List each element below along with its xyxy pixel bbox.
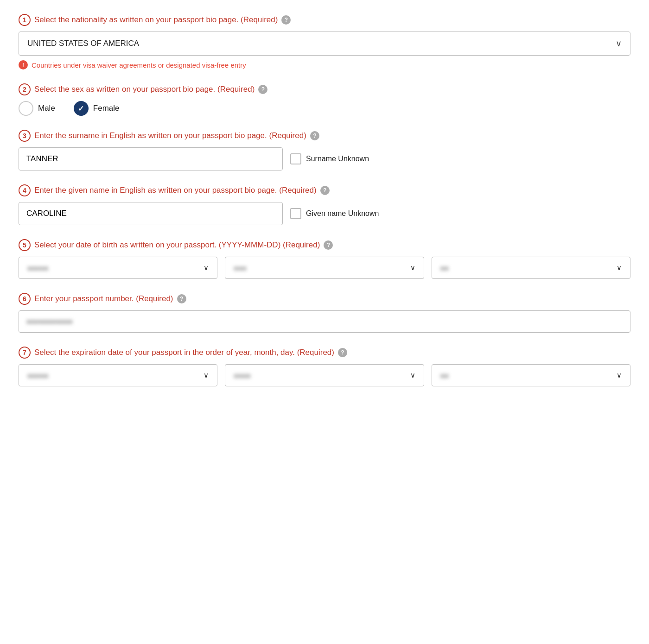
q4-help-icon[interactable]: ? xyxy=(320,186,330,195)
givenname-unknown-label: Given name Unknown xyxy=(306,209,379,218)
q1-help-icon[interactable]: ? xyxy=(281,15,291,25)
expiry-day-dropdown[interactable]: ●● ∨ xyxy=(432,364,630,386)
q3-text: Enter the surname in English as written … xyxy=(34,131,306,140)
passport-number-value: ●●●●●●●●●●● xyxy=(26,317,73,325)
surname-unknown-checkbox[interactable] xyxy=(290,153,301,164)
expiry-year-value: ●●●●● xyxy=(27,372,48,379)
givenname-input[interactable] xyxy=(19,202,283,225)
sex-section: 2 Select the sex as written on your pass… xyxy=(19,83,630,116)
q3-number: 3 xyxy=(19,130,31,142)
male-radio[interactable] xyxy=(19,101,33,116)
expiry-month-value: ●●●● xyxy=(234,372,250,379)
q7-label: 7 Select the expiration date of your pas… xyxy=(19,347,630,359)
dob-year-chevron-icon: ∨ xyxy=(204,264,209,272)
q4-label: 4 Enter the given name in English as wri… xyxy=(19,184,630,196)
expiry-date-row: ●●●●● ∨ ●●●● ∨ ●● ∨ xyxy=(19,364,630,386)
dob-year-value: ●●●●● xyxy=(27,264,48,272)
q6-text: Enter your passport number. (Required) xyxy=(34,294,173,303)
dob-day-chevron-icon: ∨ xyxy=(617,264,622,272)
dob-section: 5 Select your date of birth as written o… xyxy=(19,239,630,279)
givenname-section: 4 Enter the given name in English as wri… xyxy=(19,184,630,225)
q4-number: 4 xyxy=(19,184,31,196)
q2-label: 2 Select the sex as written on your pass… xyxy=(19,83,630,95)
male-label: Male xyxy=(38,104,55,113)
visa-waiver-warning: ! Countries under visa waiver agreements… xyxy=(19,60,630,69)
q3-help-icon[interactable]: ? xyxy=(310,131,319,140)
givenname-input-row: Given name Unknown xyxy=(19,202,630,225)
nationality-dropdown[interactable]: UNITED STATES OF AMERICA ∨ xyxy=(19,32,630,56)
surname-input-row: Surname Unknown xyxy=(19,147,630,170)
dob-month-chevron-icon: ∨ xyxy=(410,264,415,272)
expiry-month-dropdown[interactable]: ●●●● ∨ xyxy=(225,364,424,386)
expiry-day-chevron-icon: ∨ xyxy=(617,371,622,379)
q2-number: 2 xyxy=(19,83,31,95)
dob-day-value: ●● xyxy=(440,264,449,272)
q6-number: 6 xyxy=(19,293,31,305)
q4-text: Enter the given name in English as writt… xyxy=(34,186,317,195)
q7-text: Select the expiration date of your passp… xyxy=(34,348,334,357)
dob-month-value: ●●● xyxy=(234,264,246,272)
surname-section: 3 Enter the surname in English as writte… xyxy=(19,130,630,170)
warning-icon: ! xyxy=(19,60,28,69)
female-option[interactable]: Female xyxy=(74,101,120,116)
expiry-section: 7 Select the expiration date of your pas… xyxy=(19,347,630,386)
expiry-year-dropdown[interactable]: ●●●●● ∨ xyxy=(19,364,217,386)
dob-month-dropdown[interactable]: ●●● ∨ xyxy=(225,257,424,279)
surname-input[interactable] xyxy=(19,147,283,170)
q6-help-icon[interactable]: ? xyxy=(177,294,186,303)
q5-help-icon[interactable]: ? xyxy=(324,240,333,250)
sex-radio-group: Male Female xyxy=(19,101,630,116)
q1-text: Select the nationality as written on you… xyxy=(34,15,278,25)
q7-number: 7 xyxy=(19,347,31,359)
q1-number: 1 xyxy=(19,14,31,26)
male-option[interactable]: Male xyxy=(19,101,55,116)
nationality-value: UNITED STATES OF AMERICA xyxy=(27,39,139,48)
q6-label: 6 Enter your passport number. (Required)… xyxy=(19,293,630,305)
dob-date-row: ●●●●● ∨ ●●● ∨ ●● ∨ xyxy=(19,257,630,279)
givenname-unknown-option[interactable]: Given name Unknown xyxy=(290,202,379,225)
warning-text: Countries under visa waiver agreements o… xyxy=(32,61,246,69)
expiry-day-value: ●● xyxy=(440,372,449,379)
passport-number-section: 6 Enter your passport number. (Required)… xyxy=(19,293,630,333)
q2-help-icon[interactable]: ? xyxy=(258,85,267,94)
q1-label: 1 Select the nationality as written on y… xyxy=(19,14,630,26)
nationality-chevron-icon: ∨ xyxy=(616,38,622,49)
passport-number-field[interactable]: ●●●●●●●●●●● xyxy=(19,310,630,333)
q5-number: 5 xyxy=(19,239,31,251)
female-label: Female xyxy=(93,104,120,113)
q3-label: 3 Enter the surname in English as writte… xyxy=(19,130,630,142)
q7-help-icon[interactable]: ? xyxy=(338,348,347,357)
q5-label: 5 Select your date of birth as written o… xyxy=(19,239,630,251)
dob-year-dropdown[interactable]: ●●●●● ∨ xyxy=(19,257,217,279)
dob-day-dropdown[interactable]: ●● ∨ xyxy=(432,257,630,279)
q2-text: Select the sex as written on your passpo… xyxy=(34,85,255,94)
expiry-year-chevron-icon: ∨ xyxy=(204,371,209,379)
q5-text: Select your date of birth as written on … xyxy=(34,240,320,250)
surname-unknown-label: Surname Unknown xyxy=(306,155,369,163)
female-radio[interactable] xyxy=(74,101,89,116)
surname-unknown-option[interactable]: Surname Unknown xyxy=(290,147,369,170)
nationality-section: 1 Select the nationality as written on y… xyxy=(19,14,630,69)
givenname-unknown-checkbox[interactable] xyxy=(290,208,301,219)
expiry-month-chevron-icon: ∨ xyxy=(410,371,415,379)
